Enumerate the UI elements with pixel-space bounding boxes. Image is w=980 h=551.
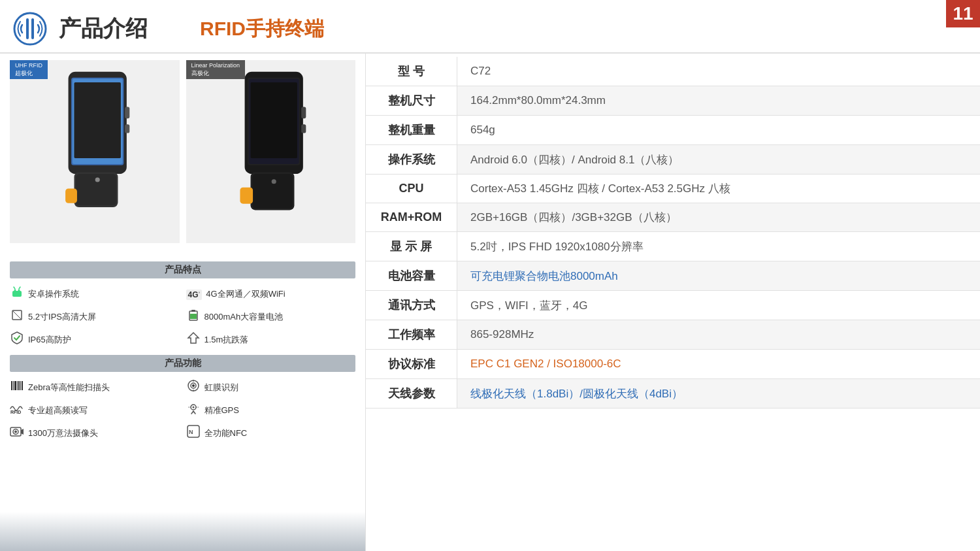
svg-point-12 [95, 177, 100, 182]
spec-row: 操作系统Android 6.0（四核）/ Android 8.1（八核） [366, 145, 980, 175]
svg-line-26 [14, 287, 15, 289]
function-item: RFID专业超高频读写 [10, 400, 180, 420]
spec-row: 电池容量可充电锂聚合物电池8000mAh [366, 261, 980, 291]
feature-text: 8000mAh大容量电池 [204, 311, 284, 323]
spec-row: 整机重量654g [366, 116, 980, 145]
svg-rect-20 [301, 107, 306, 118]
spec-value: Android 6.0（四核）/ Android 8.1（八核） [457, 145, 980, 174]
feature-icon [186, 331, 201, 348]
spec-table: 型 号C72整机尺寸164.2mm*80.0mm*24.3mm整机重量654g操… [366, 57, 980, 409]
spec-label: RAM+ROM [366, 203, 457, 231]
svg-text:RFID: RFID [10, 410, 21, 414]
svg-line-29 [12, 310, 22, 320]
svg-rect-34 [11, 381, 12, 390]
function-text: 精准GPS [204, 405, 239, 416]
svg-rect-38 [18, 381, 20, 390]
feature-icon [10, 309, 24, 324]
spec-label: 电池容量 [366, 261, 457, 290]
svg-line-27 [19, 287, 20, 289]
function-icon [186, 402, 201, 418]
cityscape-overlay [0, 512, 365, 551]
functions-section-header: 产品功能 [10, 355, 355, 372]
feature-icon [186, 309, 201, 325]
function-item: 1300万意法摄像头 [10, 423, 180, 443]
spec-row: 工作频率865-928MHz [366, 320, 980, 350]
svg-rect-9 [65, 188, 77, 203]
function-icon [10, 425, 24, 441]
device1-svg [10, 60, 180, 224]
svg-point-0 [14, 13, 46, 44]
spec-label: 型 号 [366, 57, 457, 86]
svg-rect-6 [74, 82, 121, 158]
device-image-1: UHF RFID 超极化 [10, 60, 180, 243]
spec-label: 协议标准 [366, 350, 457, 378]
spec-label: 显 示 屏 [366, 232, 457, 261]
spec-row: 显 示 屏5.2吋，IPS FHD 1920x1080分辨率 [366, 232, 980, 261]
product-subtitle: RFID手持终端 [200, 16, 324, 42]
svg-point-48 [192, 407, 194, 409]
functions-grid: Zebra等高性能扫描头虹膜识别RFID专业超高频读写精准GPS1300万意法摄… [10, 377, 355, 443]
svg-rect-11 [125, 124, 129, 133]
svg-rect-19 [240, 188, 253, 204]
feature-icon: 4G◦ [186, 287, 203, 301]
spec-value: Cortex-A53 1.45GHz 四核 / Cortex-A53 2.5GH… [457, 175, 980, 203]
feature-item: 8000mAh大容量电池 [186, 307, 356, 327]
features-grid: 安卓操作系统4G◦4G全网通／双频WiFi5.2寸IPS高清大屏8000mAh大… [10, 284, 355, 350]
function-item: 精准GPS [186, 400, 356, 420]
header-title: 产品介绍 [59, 14, 148, 44]
svg-marker-33 [188, 333, 199, 343]
svg-rect-36 [14, 381, 16, 390]
function-icon: N [186, 425, 201, 441]
svg-text:N: N [189, 429, 193, 435]
spec-label: 通讯方式 [366, 291, 457, 320]
spec-value: 2GB+16GB（四核）/3GB+32GB（八核） [457, 203, 980, 231]
device-image-2: Linear Polarization 高极化 [186, 60, 356, 243]
function-item: Zebra等高性能扫描头 [10, 377, 180, 397]
spec-label: 整机重量 [366, 116, 457, 144]
left-panel: UHF RFID 超极化 [0, 54, 366, 551]
device1-badge: UHF RFID 超极化 [10, 60, 48, 79]
spec-row: RAM+ROM2GB+16GB（四核）/3GB+32GB（八核） [366, 203, 980, 232]
spec-label: 操作系统 [366, 145, 457, 174]
svg-rect-10 [125, 107, 129, 118]
spec-label: CPU [366, 175, 457, 203]
spec-value: 线极化天线（1.8dBi）/圆极化天线（4dBi） [457, 379, 980, 408]
svg-point-22 [271, 179, 276, 184]
feature-icon [10, 331, 24, 348]
function-text: 虹膜识别 [204, 382, 238, 393]
function-item: N全功能NFC [186, 423, 356, 443]
svg-rect-18 [252, 174, 293, 209]
logo-icon [13, 12, 47, 46]
feature-item: 4G◦4G全网通／双频WiFi [186, 284, 356, 304]
spec-row: 型 号C72 [366, 57, 980, 86]
device2-svg [186, 60, 356, 224]
header: 产品介绍 RFID手持终端 [0, 0, 980, 54]
feature-item: 安卓操作系统 [10, 284, 180, 304]
svg-point-43 [192, 384, 195, 387]
device2-badge: Linear Polarization 高极化 [186, 60, 246, 79]
spec-label: 工作频率 [366, 320, 457, 349]
logo-area: 产品介绍 [13, 12, 148, 46]
svg-point-25 [18, 290, 20, 292]
spec-row: 天线参数线极化天线（1.8dBi）/圆极化天线（4dBi） [366, 379, 980, 409]
spec-value: 164.2mm*80.0mm*24.3mm [457, 86, 980, 115]
svg-rect-16 [250, 82, 297, 158]
device-images: UHF RFID 超极化 [10, 60, 355, 256]
features-section-header: 产品特点 [10, 261, 355, 278]
spec-value: 865-928MHz [457, 320, 980, 349]
feature-text: 4G全网通／双频WiFi [206, 288, 285, 300]
spec-label: 整机尺寸 [366, 86, 457, 115]
feature-text: 安卓操作系统 [28, 288, 79, 300]
svg-rect-32 [190, 314, 197, 319]
svg-rect-39 [20, 381, 21, 390]
function-text: 1300万意法摄像头 [28, 427, 98, 439]
spec-value: 5.2吋，IPS FHD 1920x1080分辨率 [457, 232, 980, 261]
svg-rect-40 [22, 381, 23, 390]
spec-label: 天线参数 [366, 379, 457, 408]
spec-value: C72 [457, 57, 980, 86]
spec-row: CPUCortex-A53 1.45GHz 四核 / Cortex-A53 2.… [366, 175, 980, 203]
svg-point-53 [14, 431, 17, 433]
feature-icon [10, 286, 24, 302]
main-content: UHF RFID 超极化 [0, 54, 980, 551]
feature-text: 1.5m抗跌落 [204, 334, 249, 346]
